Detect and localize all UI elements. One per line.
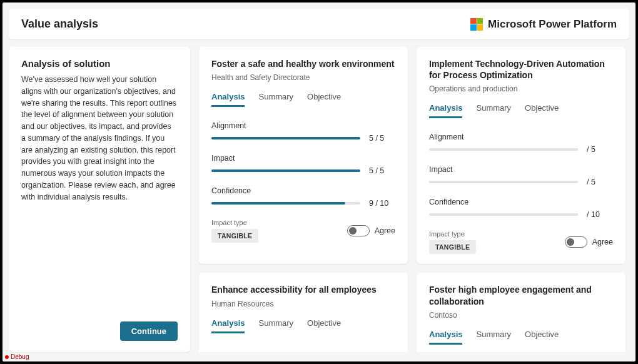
objective-card: Foster a safe and healthy work environme… [199, 47, 408, 264]
metric-label: Impact [429, 165, 613, 174]
impact-value: 5 / 5 [369, 166, 395, 175]
agree-group: Agree [347, 225, 395, 236]
header-bar: Value analysis Microsoft Power Platform [9, 9, 629, 39]
impact-bar [429, 181, 578, 183]
tab-objective[interactable]: Objective [307, 92, 341, 107]
tab-analysis[interactable]: Analysis [429, 330, 462, 345]
main-area: Analysis of solution We've assessed how … [3, 47, 635, 358]
metric-label: Alignment [429, 133, 613, 141]
card-tabs: Analysis Summary Objective [429, 103, 613, 119]
page-title: Value analysis [21, 18, 98, 31]
analysis-heading: Analysis of solution [21, 58, 178, 69]
tab-summary[interactable]: Summary [476, 103, 511, 118]
card-title: Foster high employee engagement and coll… [429, 284, 613, 306]
impact-value: / 5 [587, 178, 613, 186]
debug-label: Debug [11, 353, 29, 360]
card-subtitle: Human Resources [211, 300, 395, 308]
alignment-value: 5 / 5 [369, 134, 395, 143]
objective-card: Foster high employee engagement and coll… [417, 273, 625, 352]
card-subtitle: Health and Safety Directorate [211, 73, 395, 82]
agree-toggle[interactable] [347, 225, 370, 236]
brand-logo-group: Microsoft Power Platform [470, 18, 617, 31]
agree-label: Agree [375, 226, 395, 235]
tab-summary[interactable]: Summary [476, 330, 511, 345]
card-subtitle: Contoso [429, 311, 613, 320]
confidence-value: 9 / 10 [369, 199, 395, 208]
tab-analysis[interactable]: Analysis [211, 92, 245, 107]
confidence-value: / 10 [587, 210, 613, 219]
impact-type-row: Impact type TANGIBLE Agree [429, 230, 613, 254]
tab-objective[interactable]: Objective [307, 318, 341, 333]
metric-label: Impact [211, 154, 395, 163]
cards-grid: Foster a safe and healthy work environme… [199, 47, 625, 352]
metric-alignment: Alignment 5 / 5 [211, 121, 395, 143]
app-frame: Value analysis Microsoft Power Platform … [3, 3, 635, 361]
card-title: Enhance accessibility for all employees [211, 284, 395, 295]
objective-card: Implement Technology-Driven Automation f… [417, 47, 625, 264]
tab-summary[interactable]: Summary [258, 92, 293, 107]
metric-confidence: Confidence 9 / 10 [211, 186, 395, 208]
impact-type-label: Impact type [211, 219, 258, 226]
card-title: Foster a safe and healthy work environme… [211, 58, 395, 69]
analysis-description: We've assessed how well your solution al… [21, 74, 178, 203]
tab-summary[interactable]: Summary [258, 318, 293, 333]
confidence-bar [429, 213, 578, 216]
alignment-value: / 5 [587, 145, 613, 154]
card-subtitle: Operations and production [429, 84, 613, 93]
metric-impact: Impact / 5 [429, 165, 613, 186]
left-panel: Analysis of solution We've assessed how … [9, 47, 190, 352]
card-tabs: Analysis Summary Objective [211, 92, 395, 108]
impact-type-label: Impact type [429, 230, 476, 238]
debug-dot-icon [5, 355, 9, 359]
alignment-bar [429, 148, 578, 151]
tab-analysis[interactable]: Analysis [211, 318, 245, 333]
agree-label: Agree [592, 238, 613, 246]
right-panel[interactable]: Foster a safe and healthy work environme… [199, 47, 629, 352]
objective-card: Enhance accessibility for all employees … [199, 273, 408, 352]
tab-analysis[interactable]: Analysis [429, 103, 462, 118]
impact-type-badge: TANGIBLE [429, 240, 476, 254]
agree-group: Agree [565, 236, 613, 248]
metric-label: Confidence [429, 198, 613, 206]
debug-indicator: Debug [5, 353, 29, 360]
card-title: Implement Technology-Driven Automation f… [429, 58, 613, 81]
metric-impact: Impact 5 / 5 [211, 154, 395, 175]
impact-type-row: Impact type TANGIBLE Agree [211, 219, 395, 243]
tab-objective[interactable]: Objective [525, 330, 559, 345]
metric-alignment: Alignment / 5 [429, 133, 613, 154]
impact-bar [211, 169, 360, 172]
brand-text: Microsoft Power Platform [488, 18, 617, 31]
agree-toggle[interactable] [565, 236, 587, 248]
tab-objective[interactable]: Objective [525, 103, 559, 118]
card-tabs: Analysis Summary Objective [211, 318, 395, 334]
confidence-bar [211, 202, 360, 205]
impact-type-badge: TANGIBLE [211, 229, 258, 243]
alignment-bar [211, 137, 360, 139]
continue-button[interactable]: Continue [120, 321, 178, 341]
metric-confidence: Confidence / 10 [429, 198, 613, 219]
microsoft-logo-icon [470, 18, 483, 31]
card-tabs: Analysis Summary Objective [429, 330, 613, 345]
metric-label: Alignment [211, 121, 395, 130]
metric-label: Confidence [211, 186, 395, 195]
